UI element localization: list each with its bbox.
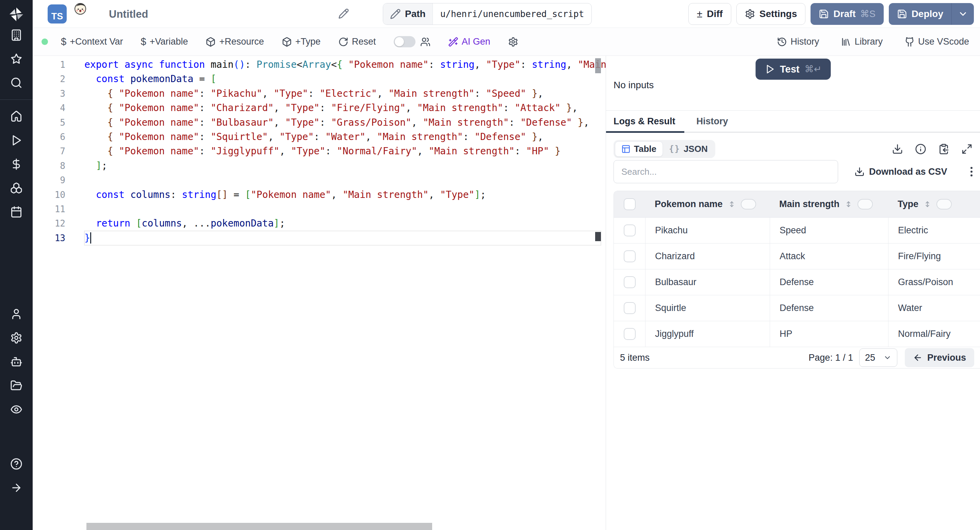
column-header-label[interactable]: Main strength — [779, 199, 840, 209]
row-checkbox[interactable] — [624, 225, 636, 236]
view-toggle-table[interactable]: Table — [615, 141, 663, 157]
pencil-icon — [390, 8, 401, 19]
line-number: 4 — [33, 101, 65, 115]
sidebar-item-workers[interactable] — [0, 350, 33, 374]
draft-button[interactable]: Draft ⌘S — [811, 3, 883, 25]
cursor-overview-marker — [595, 232, 601, 241]
sidebar-item-settings[interactable] — [0, 326, 33, 350]
use-vscode-label: Use VScode — [918, 37, 969, 47]
sidebar-item-search[interactable] — [0, 71, 33, 95]
code-line[interactable]: { "Pokemon name": "Charizard", "Type": "… — [84, 101, 601, 115]
info-button[interactable] — [915, 144, 926, 155]
code-line[interactable]: return [columns, ...pokemonData]; — [84, 216, 601, 231]
run-panel: Test ⌘↵ No inputs Logs & Result History … — [606, 56, 980, 530]
column-header-label[interactable]: Pokemon name — [655, 199, 723, 209]
diff-button[interactable]: ± Diff — [688, 3, 731, 25]
sidebar-item-variables[interactable] — [0, 152, 33, 176]
column-filter-pill[interactable] — [741, 199, 756, 209]
package-icon — [205, 37, 216, 47]
sidebar-item-schedules[interactable] — [0, 200, 33, 224]
deploy-options-button[interactable] — [951, 3, 974, 25]
editor-code[interactable]: export async function main(): Promise<Ar… — [84, 57, 601, 245]
code-line[interactable]: const pokemonData = [ — [84, 72, 601, 86]
multiplayer-toggle[interactable] — [394, 36, 415, 47]
tab-history[interactable]: History — [697, 110, 728, 132]
select-all-checkbox[interactable] — [624, 198, 636, 210]
test-button[interactable]: Test ⌘↵ — [756, 59, 830, 80]
sidebar-item-users[interactable] — [0, 302, 33, 326]
table-header: Pokemon name Main strength Type — [614, 191, 980, 218]
sidebar-item-audit[interactable] — [0, 398, 33, 421]
code-line[interactable]: ]; — [84, 159, 601, 173]
editor-gutter: 12345678910111213 — [33, 57, 65, 245]
sidebar-item-folders[interactable] — [0, 374, 33, 398]
code-line[interactable]: { "Pokemon name": "Pikachu", "Type": "El… — [84, 86, 601, 101]
sort-icon[interactable] — [727, 200, 736, 208]
column-header-label[interactable]: Type — [898, 199, 918, 209]
add-type-button[interactable]: +Type — [282, 37, 321, 47]
code-editor[interactable]: 12345678910111213 export async function … — [33, 56, 606, 530]
code-line[interactable]: const columns: string[] = ["Pokemon name… — [84, 188, 601, 202]
tab-logs-result[interactable]: Logs & Result — [614, 110, 675, 132]
code-line[interactable]: } — [84, 231, 601, 245]
script-settings-button[interactable] — [508, 37, 518, 47]
deploy-button[interactable]: Deploy — [889, 3, 951, 25]
row-checkbox[interactable] — [624, 302, 636, 314]
table-cell: Speed — [770, 218, 888, 243]
code-line[interactable]: { "Pokemon name": "Jigglypuff", "Type": … — [84, 144, 601, 158]
previous-page-button[interactable]: Previous — [905, 348, 974, 367]
sidebar-item-resources[interactable] — [0, 176, 33, 200]
add-variable-button[interactable]: $+Variable — [140, 36, 188, 47]
line-number: 13 — [33, 231, 65, 245]
settings-button[interactable]: Settings — [737, 3, 805, 25]
column-filter-pill[interactable] — [937, 199, 952, 209]
horizontal-scrollbar[interactable] — [86, 523, 432, 530]
play-icon — [10, 134, 22, 147]
code-line[interactable] — [84, 173, 601, 187]
view-toggle-json[interactable]: {} JSON — [663, 142, 714, 156]
history-button[interactable]: History — [777, 37, 819, 47]
code-line[interactable]: { "Pokemon name": "Bulbasaur", "Type": "… — [84, 115, 601, 130]
sidebar-item-favorites[interactable] — [0, 47, 33, 71]
ai-gen-button[interactable]: AI Gen — [448, 37, 490, 47]
reset-button[interactable]: Reset — [338, 37, 376, 47]
row-checkbox[interactable] — [624, 276, 636, 288]
sort-icon[interactable] — [844, 200, 853, 208]
copy-result-button[interactable] — [938, 144, 950, 155]
deploy-button-group: Deploy — [889, 3, 974, 25]
library-button[interactable]: Library — [841, 37, 883, 47]
path-value[interactable]: u/henri/unencumbered_script — [433, 3, 592, 24]
code-line[interactable]: { "Pokemon name": "Squirtle", "Type": "W… — [84, 130, 601, 144]
sort-icon[interactable] — [923, 200, 932, 208]
sidebar-collapse-toggle[interactable] — [0, 476, 33, 500]
sidebar-item-workspace[interactable] — [0, 23, 33, 47]
scrollbar-thumb[interactable] — [595, 58, 601, 73]
code-line[interactable]: export async function main(): Promise<Ar… — [84, 57, 601, 72]
edit-summary-button[interactable] — [338, 8, 349, 19]
use-vscode-button[interactable]: Use VScode — [904, 37, 969, 47]
braces-icon: {} — [669, 144, 680, 153]
expand-result-button[interactable] — [961, 144, 972, 155]
table-row: SquirtleDefenseWater — [614, 295, 980, 321]
column-filter-pill[interactable] — [858, 199, 873, 209]
path-field[interactable]: Path u/henri/unencumbered_script — [383, 3, 592, 25]
code-line[interactable] — [84, 202, 601, 216]
row-checkbox[interactable] — [624, 328, 636, 340]
windmill-logo[interactable] — [8, 5, 25, 23]
search-input[interactable] — [614, 160, 838, 183]
page-size-select[interactable]: 25 — [859, 348, 897, 367]
line-number: 12 — [33, 216, 65, 231]
plus-minus-icon: ± — [697, 9, 702, 19]
row-checkbox[interactable] — [624, 251, 636, 262]
add-context-var-button[interactable]: $+Context Var — [61, 36, 123, 47]
download-csv-button[interactable]: Download as CSV — [854, 166, 947, 177]
view-toggle: Table {} JSON — [614, 140, 715, 158]
sidebar-item-help[interactable] — [0, 452, 33, 476]
toggle-knob — [395, 37, 404, 46]
sidebar-item-home[interactable] — [0, 105, 33, 128]
add-resource-button[interactable]: +Resource — [205, 37, 264, 47]
download-result-button[interactable] — [892, 144, 903, 155]
path-label-section[interactable]: Path — [383, 3, 433, 24]
more-options-button[interactable] — [970, 167, 972, 176]
sidebar-item-runs[interactable] — [0, 128, 33, 152]
